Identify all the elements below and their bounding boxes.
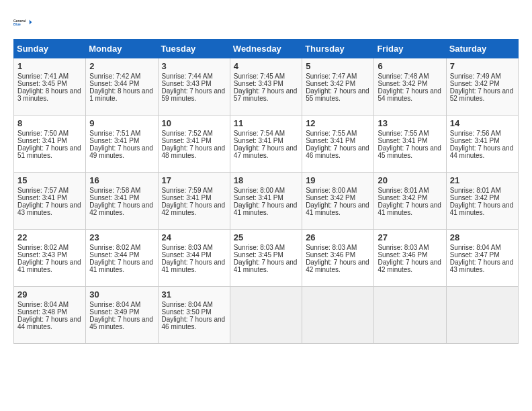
- daylight-text: Daylight: 7 hours and 41 minutes.: [17, 259, 82, 273]
- calendar-cell: 16Sunrise: 7:58 AMSunset: 3:41 PMDayligh…: [86, 173, 158, 230]
- logo: GeneralBlue: [13, 13, 32, 32]
- sunrise-text: Sunrise: 7:47 AM: [306, 73, 370, 80]
- day-number: 29: [17, 289, 82, 300]
- sunrise-text: Sunrise: 8:02 AM: [17, 244, 82, 251]
- daylight-text: Daylight: 7 hours and 48 minutes.: [162, 144, 226, 159]
- day-header: Saturday: [446, 40, 518, 58]
- sunset-text: Sunset: 3:41 PM: [89, 194, 154, 201]
- day-header: Monday: [86, 40, 158, 58]
- day-number: 23: [89, 232, 154, 242]
- sunset-text: Sunset: 3:41 PM: [306, 137, 370, 144]
- calendar-cell: 31Sunrise: 8:04 AMSunset: 3:50 PMDayligh…: [158, 287, 230, 344]
- sunrise-text: Sunrise: 7:41 AM: [17, 73, 82, 80]
- sunset-text: Sunset: 3:43 PM: [234, 80, 298, 87]
- calendar-cell: 24Sunrise: 8:03 AMSunset: 3:44 PMDayligh…: [158, 230, 230, 287]
- daylight-text: Daylight: 7 hours and 41 minutes.: [378, 201, 442, 216]
- calendar-cell: 27Sunrise: 8:03 AMSunset: 3:46 PMDayligh…: [374, 230, 446, 287]
- sunset-text: Sunset: 3:43 PM: [17, 251, 82, 259]
- calendar-cell: 19Sunrise: 8:00 AMSunset: 3:42 PMDayligh…: [302, 173, 374, 230]
- day-header: Sunday: [14, 40, 86, 58]
- daylight-text: Daylight: 7 hours and 47 minutes.: [234, 144, 298, 159]
- daylight-text: Daylight: 7 hours and 43 minutes.: [17, 201, 82, 216]
- day-number: 9: [89, 118, 154, 128]
- daylight-text: Daylight: 7 hours and 45 minutes.: [378, 144, 442, 159]
- sunrise-text: Sunrise: 8:04 AM: [89, 301, 154, 308]
- sunrise-text: Sunrise: 7:49 AM: [450, 73, 515, 80]
- sunset-text: Sunset: 3:41 PM: [234, 194, 298, 201]
- day-number: 19: [306, 175, 370, 185]
- sunrise-text: Sunrise: 8:03 AM: [162, 244, 226, 251]
- sunrise-text: Sunrise: 7:45 AM: [234, 73, 298, 80]
- daylight-text: Daylight: 7 hours and 52 minutes.: [450, 87, 515, 102]
- daylight-text: Daylight: 7 hours and 46 minutes.: [162, 316, 226, 330]
- calendar-cell: 8Sunrise: 7:50 AMSunset: 3:41 PMDaylight…: [14, 116, 86, 173]
- day-number: 15: [17, 175, 82, 185]
- sunset-text: Sunset: 3:44 PM: [89, 80, 154, 87]
- calendar-cell: 22Sunrise: 8:02 AMSunset: 3:43 PMDayligh…: [14, 230, 86, 287]
- daylight-text: Daylight: 7 hours and 59 minutes.: [162, 87, 226, 102]
- sunset-text: Sunset: 3:41 PM: [162, 194, 226, 201]
- daylight-text: Daylight: 7 hours and 41 minutes.: [306, 201, 370, 216]
- calendar-cell: 30Sunrise: 8:04 AMSunset: 3:49 PMDayligh…: [86, 287, 158, 344]
- daylight-text: Daylight: 7 hours and 41 minutes.: [89, 259, 154, 273]
- calendar-cell: 13Sunrise: 7:55 AMSunset: 3:41 PMDayligh…: [374, 116, 446, 173]
- calendar-cell: 28Sunrise: 8:04 AMSunset: 3:47 PMDayligh…: [446, 230, 518, 287]
- daylight-text: Daylight: 7 hours and 42 minutes.: [378, 259, 442, 273]
- day-header: Tuesday: [158, 40, 230, 58]
- sunrise-text: Sunrise: 7:54 AM: [234, 130, 298, 137]
- daylight-text: Daylight: 7 hours and 54 minutes.: [378, 87, 442, 102]
- sunrise-text: Sunrise: 7:55 AM: [378, 130, 442, 137]
- day-number: 8: [17, 118, 82, 128]
- daylight-text: Daylight: 7 hours and 41 minutes.: [234, 259, 298, 273]
- calendar-cell: 6Sunrise: 7:48 AMSunset: 3:42 PMDaylight…: [374, 58, 446, 116]
- day-number: 12: [306, 118, 370, 128]
- day-number: 21: [450, 175, 515, 185]
- day-number: 26: [306, 232, 370, 242]
- calendar-week-row: 15Sunrise: 7:57 AMSunset: 3:41 PMDayligh…: [14, 173, 519, 230]
- daylight-text: Daylight: 7 hours and 41 minutes.: [162, 259, 226, 273]
- sunrise-text: Sunrise: 8:03 AM: [306, 244, 370, 251]
- sunrise-text: Sunrise: 8:03 AM: [234, 244, 298, 251]
- calendar-week-row: 8Sunrise: 7:50 AMSunset: 3:41 PMDaylight…: [14, 116, 519, 173]
- calendar-table: SundayMondayTuesdayWednesdayThursdayFrid…: [13, 39, 519, 344]
- day-header: Thursday: [302, 40, 374, 58]
- calendar-cell: 18Sunrise: 8:00 AMSunset: 3:41 PMDayligh…: [230, 173, 302, 230]
- daylight-text: Daylight: 7 hours and 42 minutes.: [162, 201, 226, 216]
- sunset-text: Sunset: 3:42 PM: [306, 80, 370, 87]
- sunrise-text: Sunrise: 7:59 AM: [162, 187, 226, 194]
- sunset-text: Sunset: 3:42 PM: [306, 194, 370, 201]
- calendar-cell: 29Sunrise: 8:04 AMSunset: 3:48 PMDayligh…: [14, 287, 86, 344]
- calendar-cell: 1Sunrise: 7:41 AMSunset: 3:45 PMDaylight…: [14, 58, 86, 116]
- daylight-text: Daylight: 7 hours and 45 minutes.: [89, 316, 154, 330]
- sunrise-text: Sunrise: 7:55 AM: [306, 130, 370, 137]
- calendar-cell: 21Sunrise: 8:01 AMSunset: 3:42 PMDayligh…: [446, 173, 518, 230]
- daylight-text: Daylight: 7 hours and 55 minutes.: [306, 87, 370, 102]
- day-number: 4: [234, 61, 298, 71]
- sunset-text: Sunset: 3:45 PM: [17, 80, 82, 87]
- calendar-cell: 25Sunrise: 8:03 AMSunset: 3:45 PMDayligh…: [230, 230, 302, 287]
- daylight-text: Daylight: 7 hours and 57 minutes.: [234, 87, 298, 102]
- day-number: 28: [450, 232, 515, 242]
- sunrise-text: Sunrise: 8:00 AM: [234, 187, 298, 194]
- calendar-cell: 5Sunrise: 7:47 AMSunset: 3:42 PMDaylight…: [302, 58, 374, 116]
- sunrise-text: Sunrise: 7:56 AM: [450, 130, 515, 137]
- svg-marker-2: [30, 19, 32, 24]
- sunrise-text: Sunrise: 8:04 AM: [450, 244, 515, 251]
- sunset-text: Sunset: 3:42 PM: [378, 194, 442, 201]
- day-number: 18: [234, 175, 298, 185]
- sunset-text: Sunset: 3:48 PM: [17, 308, 82, 316]
- daylight-text: Daylight: 7 hours and 42 minutes.: [89, 201, 154, 216]
- sunset-text: Sunset: 3:42 PM: [378, 80, 442, 87]
- sunrise-text: Sunrise: 8:01 AM: [378, 187, 442, 194]
- calendar-cell: 11Sunrise: 7:54 AMSunset: 3:41 PMDayligh…: [230, 116, 302, 173]
- day-header: Wednesday: [230, 40, 302, 58]
- page-header: GeneralBlue: [13, 13, 519, 32]
- day-number: 13: [378, 118, 442, 128]
- calendar-cell: 26Sunrise: 8:03 AMSunset: 3:46 PMDayligh…: [302, 230, 374, 287]
- day-number: 5: [306, 61, 370, 71]
- day-number: 22: [17, 232, 82, 242]
- day-number: 16: [89, 175, 154, 185]
- sunrise-text: Sunrise: 7:52 AM: [162, 130, 226, 137]
- day-number: 2: [89, 61, 154, 71]
- day-number: 1: [17, 61, 82, 71]
